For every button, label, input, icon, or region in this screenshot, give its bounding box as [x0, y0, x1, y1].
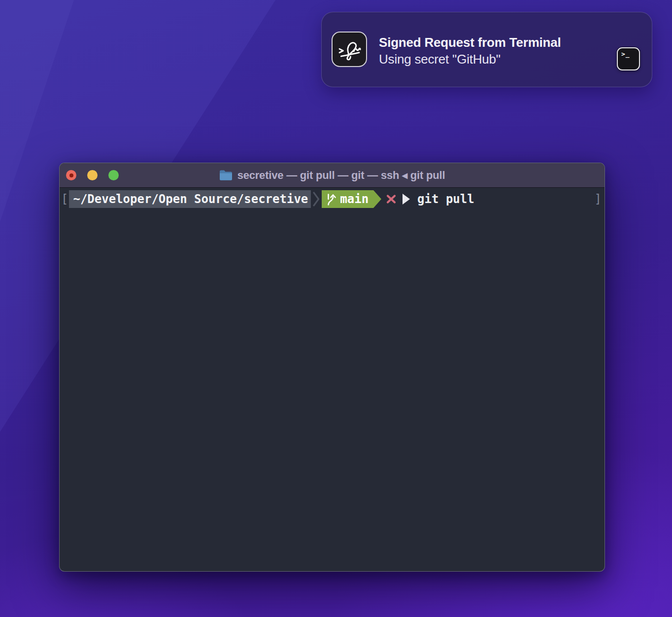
title-wrap: secretive — git pull — git — ssh ◂ git p…	[219, 169, 445, 182]
zoom-button[interactable]	[108, 170, 119, 180]
prompt-open-bracket: [	[61, 190, 68, 208]
cwd-path: ~/Developer/Open Source/secretive	[73, 192, 308, 206]
git-branch-segment: main	[322, 190, 373, 208]
terminal-content[interactable]: [ ~/Developer/Open Source/secretive main	[60, 188, 605, 572]
window-title: secretive — git pull — git — ssh ◂ git p…	[237, 169, 445, 182]
minimize-button[interactable]	[87, 170, 98, 180]
secretive-app-icon	[332, 32, 367, 67]
command-text: git pull	[417, 190, 474, 208]
traffic-lights	[66, 163, 119, 187]
folder-icon	[219, 170, 233, 181]
prompt-triangle-icon	[403, 194, 410, 205]
notification-banner[interactable]: Signed Request from Terminal Using secre…	[321, 12, 652, 87]
notification-subtitle: Using secret "GitHub"	[379, 51, 561, 68]
notification-title: Signed Request from Terminal	[379, 34, 561, 51]
segment-arrow-icon	[373, 190, 381, 208]
branch-name: main	[340, 190, 369, 208]
prompt-line: [ ~/Developer/Open Source/secretive main	[60, 190, 605, 208]
error-cross-icon	[386, 194, 397, 205]
prompt-close-bracket: ]	[595, 190, 602, 208]
window-titlebar[interactable]: secretive — git pull — git — ssh ◂ git p…	[60, 163, 605, 188]
git-branch-icon	[326, 193, 336, 206]
chevron-separator-icon	[313, 191, 320, 207]
signature-glyph-icon	[335, 34, 364, 64]
terminal-window: secretive — git pull — git — ssh ◂ git p…	[59, 163, 605, 572]
terminal-app-icon: >_	[617, 47, 640, 70]
cwd-segment: ~/Developer/Open Source/secretive	[69, 190, 311, 208]
terminal-glyph: >_	[621, 50, 630, 58]
close-button[interactable]	[66, 170, 76, 180]
